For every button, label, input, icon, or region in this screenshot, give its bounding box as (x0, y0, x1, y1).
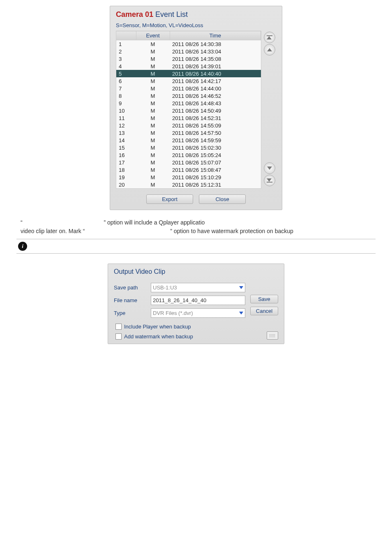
keyboard-icon[interactable] (267, 331, 278, 340)
row-event: M (136, 159, 170, 166)
export-button[interactable]: Export (146, 194, 193, 204)
scroll-down-button[interactable] (264, 162, 275, 174)
table-row[interactable]: 10M2011 08/26 14:50:49 (116, 107, 261, 114)
table-row[interactable]: 19M2011 08/26 15:10:29 (116, 173, 261, 181)
row-time: 2011 08/26 15:08:47 (170, 166, 261, 173)
row-index: 11 (116, 114, 136, 122)
chevron-down-icon (239, 286, 243, 289)
row-time: 2011 08/26 14:30:38 (170, 40, 261, 48)
file-name-input[interactable]: 2011_8_26_14_40_40 (151, 296, 245, 305)
row-event: M (136, 70, 170, 77)
event-table-header-blank (116, 31, 136, 40)
add-watermark-checkbox[interactable] (115, 333, 122, 340)
row-event: M (136, 151, 170, 159)
table-row[interactable]: 3M2011 08/26 14:35:08 (116, 55, 261, 62)
table-row[interactable]: 18M2011 08/26 15:08:47 (116, 166, 261, 173)
row-time: 2011 08/26 14:44:00 (170, 85, 261, 92)
row-time: 2011 08/26 14:48:43 (170, 99, 261, 107)
table-row[interactable]: 6M2011 08/26 14:42:17 (116, 77, 261, 85)
row-index: 16 (116, 151, 136, 159)
table-row[interactable]: 1M2011 08/26 14:30:38 (116, 40, 261, 48)
row-time: 2011 08/26 14:55:09 (170, 122, 261, 129)
type-select[interactable]: DVR Files (*.dvr) (151, 308, 245, 318)
table-row[interactable]: 20M2011 08/26 15:12:31 (116, 181, 261, 188)
event-legend: S=Sensor, M=Motion, VL=VideoLoss (116, 22, 276, 28)
cancel-button[interactable]: Cancel (250, 307, 278, 315)
row-index: 9 (116, 99, 136, 107)
row-index: 19 (116, 173, 136, 181)
table-row[interactable]: 4M2011 08/26 14:39:01 (116, 62, 261, 70)
table-row[interactable]: 7M2011 08/26 14:44:00 (116, 85, 261, 92)
scroll-bottom-button[interactable] (264, 175, 275, 186)
para-text-2b: ” option to have watermark protection on… (170, 228, 293, 234)
row-event: M (136, 48, 170, 55)
row-index: 6 (116, 77, 136, 85)
row-index: 15 (116, 144, 136, 151)
row-event: M (136, 55, 170, 62)
include-player-checkbox[interactable] (115, 324, 122, 330)
row-time: 2011 08/26 14:40:40 (170, 70, 261, 77)
row-index: 2 (116, 48, 136, 55)
table-row[interactable]: 14M2011 08/26 14:59:59 (116, 136, 261, 144)
row-time: 2011 08/26 14:57:50 (170, 129, 261, 136)
table-row[interactable]: 16M2011 08/26 15:05:24 (116, 151, 261, 159)
row-event: M (136, 99, 170, 107)
table-row[interactable]: 11M2011 08/26 14:52:31 (116, 114, 261, 122)
para-quote-open-1: “ (21, 219, 23, 226)
close-button[interactable]: Close (199, 194, 246, 204)
row-index: 18 (116, 166, 136, 173)
add-watermark-label: Add watermark when backup (124, 333, 193, 340)
row-time: 2011 08/26 15:10:29 (170, 173, 261, 181)
row-event: M (136, 40, 170, 48)
row-event: M (136, 85, 170, 92)
row-event: M (136, 77, 170, 85)
row-index: 10 (116, 107, 136, 114)
row-index: 20 (116, 181, 136, 188)
row-index: 5 (116, 70, 136, 77)
row-event: M (136, 136, 170, 144)
table-row[interactable]: 2M2011 08/26 14:33:04 (116, 48, 261, 55)
info-icon: i (18, 242, 27, 251)
row-event: M (136, 166, 170, 173)
event-table-header-event[interactable]: Event (136, 31, 170, 40)
table-row[interactable]: 5M2011 08/26 14:40:40 (116, 70, 261, 77)
row-event: M (136, 173, 170, 181)
scroll-top-button[interactable] (264, 32, 275, 43)
row-time: 2011 08/26 14:50:49 (170, 107, 261, 114)
doc-paragraph: “ ” option will include a Qplayer applic… (21, 218, 371, 236)
table-row[interactable]: 9M2011 08/26 14:48:43 (116, 99, 261, 107)
row-event: M (136, 114, 170, 122)
scroll-up-button[interactable] (264, 44, 275, 56)
row-event: M (136, 92, 170, 99)
chevron-down-icon (239, 312, 243, 314)
event-scroll-buttons (264, 31, 276, 187)
row-time: 2011 08/26 14:35:08 (170, 55, 261, 62)
table-row[interactable]: 15M2011 08/26 15:02:30 (116, 144, 261, 151)
save-path-select[interactable]: USB-1:U3 (151, 283, 245, 292)
row-time: 2011 08/26 14:33:04 (170, 48, 261, 55)
row-time: 2011 08/26 15:07:07 (170, 159, 261, 166)
row-time: 2011 08/26 15:02:30 (170, 144, 261, 151)
type-value: DVR Files (*.dvr) (153, 310, 193, 316)
row-time: 2011 08/26 14:52:31 (170, 114, 261, 122)
table-row[interactable]: 17M2011 08/26 15:07:07 (116, 159, 261, 166)
row-event: M (136, 122, 170, 129)
event-list-title-blue: Event List (153, 10, 188, 18)
row-index: 4 (116, 62, 136, 70)
row-time: 2011 08/26 14:59:59 (170, 136, 261, 144)
table-row[interactable]: 8M2011 08/26 14:46:52 (116, 92, 261, 99)
file-name-label: File name (114, 297, 147, 303)
save-path-value: USB-1:U3 (153, 284, 177, 291)
include-player-label: Include Player when backup (124, 324, 191, 330)
row-event: M (136, 107, 170, 114)
row-index: 8 (116, 92, 136, 99)
row-index: 14 (116, 136, 136, 144)
info-divider: i (16, 239, 376, 254)
output-clip-title: Output Video Clip (114, 268, 278, 275)
save-button[interactable]: Save (250, 295, 278, 303)
event-table-header-time[interactable]: Time (170, 31, 261, 40)
row-event: M (136, 62, 170, 70)
row-time: 2011 08/26 14:46:52 (170, 92, 261, 99)
table-row[interactable]: 12M2011 08/26 14:55:09 (116, 122, 261, 129)
table-row[interactable]: 13M2011 08/26 14:57:50 (116, 129, 261, 136)
